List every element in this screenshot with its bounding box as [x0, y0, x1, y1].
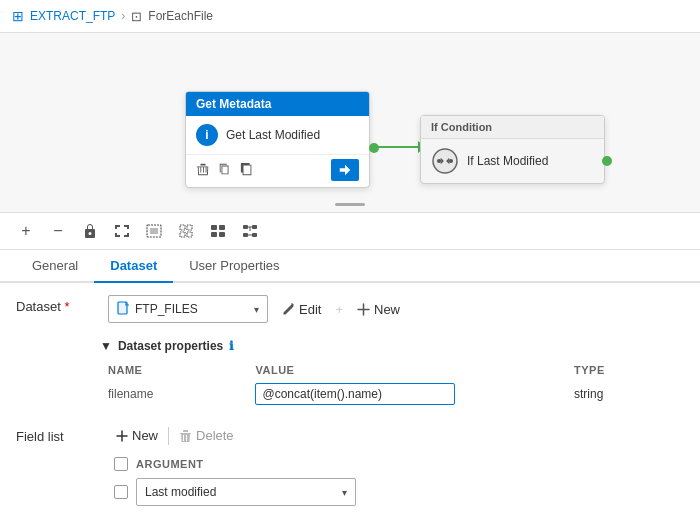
col-value-header: VALUE	[247, 361, 566, 379]
new-field-button[interactable]: New	[108, 425, 166, 446]
clone-icon[interactable]	[240, 162, 254, 179]
field-list-separator	[168, 427, 169, 445]
connector-dot	[369, 143, 379, 153]
col-type-header: TYPE	[566, 361, 684, 379]
field-list-controls: New Delete ARGUMENT Last modified ▾	[108, 425, 684, 510]
zoom-select-button[interactable]	[140, 219, 168, 243]
argument-row-checkbox[interactable]	[114, 485, 128, 499]
delete-field-button: Delete	[171, 425, 242, 446]
select-button[interactable]	[172, 219, 200, 243]
info-circle-icon: ℹ	[229, 339, 234, 353]
collapse-handle[interactable]	[335, 203, 365, 206]
dataset-controls: FTP_FILES ▾ Edit + New	[108, 295, 684, 323]
svg-rect-4	[180, 225, 185, 230]
breadcrumb-child-icon: ⊡	[131, 9, 142, 24]
extract-ftp-icon: ⊞	[12, 8, 24, 24]
tab-bar: General Dataset User Properties	[0, 250, 700, 283]
copy-icon[interactable]	[218, 162, 232, 179]
field-list-label: Field list	[16, 425, 96, 444]
svg-rect-10	[211, 232, 217, 237]
dataset-row: Dataset * FTP_FILES ▾ Edit + New	[0, 283, 700, 335]
svg-point-2	[449, 159, 453, 163]
fit-button[interactable]	[108, 219, 136, 243]
prop-value-cell	[247, 379, 566, 409]
svg-rect-13	[252, 225, 257, 229]
dataset-file-icon	[117, 301, 131, 318]
argument-header-checkbox	[114, 457, 128, 471]
get-metadata-body: i Get Last Modified	[186, 116, 369, 154]
info-icon: i	[196, 124, 218, 146]
connector-arrow	[377, 146, 422, 148]
svg-point-0	[433, 149, 457, 173]
if-condition-label: If Last Modified	[467, 154, 548, 168]
last-modified-value: Last modified	[145, 485, 338, 499]
if-condition-body: If Last Modified	[421, 139, 604, 183]
last-modified-dropdown[interactable]: Last modified ▾	[136, 478, 356, 506]
breadcrumb: ⊞ EXTRACT_FTP › ⊡ ForEachFile	[0, 0, 700, 33]
required-indicator: *	[64, 299, 69, 314]
tab-general[interactable]: General	[16, 250, 94, 283]
argument-column-header: ARGUMENT	[136, 458, 204, 470]
add-button[interactable]: +	[12, 219, 40, 243]
edit-button[interactable]: Edit	[276, 300, 327, 319]
delete-icon[interactable]	[196, 162, 210, 179]
if-condition-header: If Condition	[421, 116, 604, 139]
field-list-actions: New Delete	[108, 425, 684, 446]
get-metadata-header: Get Metadata	[186, 92, 369, 116]
svg-rect-7	[187, 232, 192, 237]
new-dataset-button[interactable]: New	[351, 300, 406, 319]
collapse-arrow: ▼	[100, 339, 112, 353]
canvas-area: Get Metadata i Get Last Modified	[0, 33, 700, 213]
add-output-button[interactable]	[331, 159, 359, 181]
if-condition-box[interactable]: If Condition If Last Modified	[420, 115, 605, 184]
dataset-value: FTP_FILES	[135, 302, 250, 316]
get-metadata-box[interactable]: Get Metadata i Get Last Modified	[185, 91, 370, 188]
gm-footer-icons	[196, 162, 254, 179]
svg-rect-15	[252, 233, 257, 237]
flow-button[interactable]	[236, 219, 264, 243]
prop-type-cell: string	[566, 379, 684, 409]
toolbar: + −	[0, 213, 700, 250]
field-list-row: Field list New Delete ARGUMENT	[0, 417, 700, 518]
dataset-dropdown[interactable]: FTP_FILES ▾	[108, 295, 268, 323]
get-metadata-item-label: Get Last Modified	[226, 128, 320, 142]
svg-rect-14	[243, 233, 248, 237]
tab-user-properties[interactable]: User Properties	[173, 250, 295, 283]
prop-name-cell: filename	[100, 379, 247, 409]
svg-rect-12	[243, 225, 248, 229]
breadcrumb-sep1: ›	[121, 9, 125, 23]
svg-point-1	[437, 159, 441, 163]
breadcrumb-child: ForEachFile	[148, 9, 213, 23]
props-table: NAME VALUE TYPE filename string	[100, 361, 684, 409]
lock-button[interactable]	[76, 219, 104, 243]
last-modified-arrow-icon: ▾	[342, 487, 347, 498]
col-name-header: NAME	[100, 361, 247, 379]
prop-value-input[interactable]	[255, 383, 455, 405]
table-row: filename string	[100, 379, 684, 409]
dataset-dropdown-arrow: ▾	[254, 304, 259, 315]
svg-rect-9	[219, 225, 225, 230]
get-metadata-footer	[186, 154, 369, 187]
dataset-props-header[interactable]: ▼ Dataset properties ℹ	[100, 339, 684, 353]
svg-rect-6	[180, 232, 185, 237]
dataset-properties-section: ▼ Dataset properties ℹ NAME VALUE TYPE f…	[0, 335, 700, 417]
svg-rect-5	[187, 225, 192, 230]
layout-button[interactable]	[204, 219, 232, 243]
argument-row: Last modified ▾	[108, 474, 684, 510]
panel-content: Dataset * FTP_FILES ▾ Edit + New	[0, 283, 700, 518]
breadcrumb-root[interactable]: EXTRACT_FTP	[30, 9, 115, 23]
minus-button[interactable]: −	[44, 219, 72, 243]
if-condition-right-dot	[602, 156, 612, 166]
svg-rect-11	[219, 232, 225, 237]
if-condition-icon	[431, 147, 459, 175]
dataset-label: Dataset *	[16, 295, 96, 314]
tab-dataset[interactable]: Dataset	[94, 250, 173, 283]
svg-rect-8	[211, 225, 217, 230]
argument-header-row: ARGUMENT	[108, 454, 684, 474]
